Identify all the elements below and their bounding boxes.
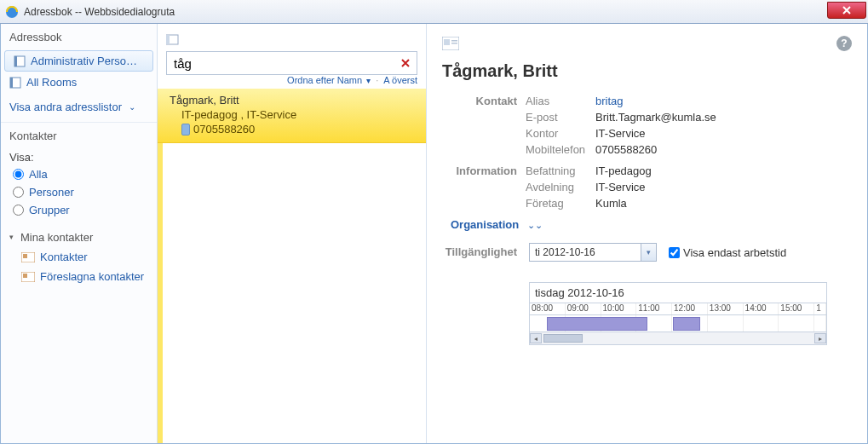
addrlist-rooms[interactable]: All Rooms <box>1 72 157 92</box>
radio-all[interactable]: Alla <box>1 165 157 183</box>
schedule-scale: 08:00 09:00 10:00 11:00 12:00 13:00 14:0… <box>530 303 826 315</box>
svg-rect-10 <box>166 35 170 44</box>
result-phone: 0705588260 <box>170 123 417 136</box>
window-title: Adressbok -- Webbsidedialogruta <box>24 6 175 18</box>
label-dept: Avdelning <box>526 181 595 193</box>
sidebar: Adressbok Administrativ Perso… All Rooms… <box>1 24 158 443</box>
search-toolbar <box>158 24 426 72</box>
busy-block <box>547 317 647 331</box>
label-email: E-post <box>526 111 595 124</box>
search-input[interactable] <box>167 55 394 72</box>
availability-section: Tillgänglighet ti 2012-10-16 ▾ Visa enda… <box>442 243 852 345</box>
section-info: Information <box>442 164 526 177</box>
organisation-toggle[interactable]: Organisation ⌄⌄ <box>451 218 852 231</box>
radio-people[interactable]: Personer <box>1 183 157 201</box>
svg-rect-8 <box>23 274 27 278</box>
value-dept: IT-Service <box>595 181 852 193</box>
value-mobile: 0705588260 <box>595 143 852 156</box>
phone-icon <box>181 124 190 136</box>
ie-icon <box>5 5 19 19</box>
my-contacts-item-label: Kontakter <box>40 251 88 263</box>
addrlist-admin[interactable]: Administrativ Perso… <box>4 50 153 72</box>
show-workhours-label: Visa endast arbetstid <box>683 246 786 259</box>
radio-people-label: Personer <box>29 186 74 199</box>
info-fields: Information Befattning IT-pedagog Avdeln… <box>442 164 852 210</box>
svg-rect-2 <box>14 56 17 66</box>
value-email: Britt.Tagmark@kumla.se <box>595 111 852 124</box>
suggested-contacts-label: Föreslagna kontakter <box>40 270 144 283</box>
radio-groups-input[interactable] <box>13 205 24 216</box>
schedule-box: tisdag 2012-10-16 08:00 09:00 10:00 11:0… <box>529 282 827 345</box>
radio-groups-label: Grupper <box>29 204 70 216</box>
show-workhours-checkbox[interactable]: Visa endast arbetstid <box>669 246 786 259</box>
result-item[interactable]: Tågmark, Britt IT-pedagog , IT-Service 0… <box>158 89 426 143</box>
schedule-day-header: tisdag 2012-10-16 <box>530 283 826 303</box>
svg-rect-13 <box>451 40 457 42</box>
date-combo-dropdown-button[interactable]: ▾ <box>641 244 656 261</box>
availability-label: Tillgänglighet <box>442 243 526 258</box>
suggested-contacts-item[interactable]: Föreslagna kontakter <box>1 267 157 286</box>
addrlist-rooms-label: All Rooms <box>26 76 77 89</box>
help-button[interactable]: ? <box>836 36 852 51</box>
value-jobtitle: IT-pedagog <box>595 164 852 177</box>
visa-label: Visa: <box>1 146 157 165</box>
details-title: Tågmark, Britt <box>442 61 852 81</box>
window-close-button[interactable] <box>827 2 866 19</box>
sort-direction-link[interactable]: A överst <box>383 75 417 85</box>
date-combo-value: ti 2012-10-16 <box>530 246 641 258</box>
result-phone-text: 0705588260 <box>193 123 255 136</box>
label-mobile: Mobiltelefon <box>526 143 595 156</box>
scroll-right-button[interactable]: ▸ <box>814 333 826 343</box>
addressbook-icon <box>14 55 26 67</box>
chevron-down-icon: ▾ <box>366 76 371 85</box>
result-subtitle: IT-pedagog , IT-Service <box>170 108 417 121</box>
scroll-thumb[interactable] <box>543 334 583 343</box>
svg-rect-4 <box>10 78 13 88</box>
label-company: Företag <box>526 197 595 210</box>
date-combo[interactable]: ti 2012-10-16 ▾ <box>529 243 657 262</box>
addrlist-admin-label: Administrativ Perso… <box>31 55 137 67</box>
value-company: Kumla <box>595 197 852 210</box>
contact-card-icon <box>21 252 35 262</box>
label-alias: Alias <box>526 95 595 107</box>
contacts-header: Kontakter <box>1 122 157 146</box>
section-contact: Kontakt <box>442 95 526 107</box>
svg-rect-12 <box>444 39 450 45</box>
addressbook-icon <box>9 77 21 89</box>
results-pane: Ordna efter Namn ▾ · A överst Tågmark, B… <box>158 24 427 443</box>
svg-rect-6 <box>23 254 27 258</box>
sidebar-header: Adressbok <box>1 24 157 49</box>
schedule-row <box>530 315 826 332</box>
value-office: IT-Service <box>595 127 852 140</box>
organisation-label: Organisation <box>451 218 519 231</box>
schedule-scrollbar[interactable]: ◂ ▸ <box>530 332 826 344</box>
radio-all-input[interactable] <box>13 169 24 180</box>
chevron-down-icon: ⌄ <box>129 102 135 112</box>
radio-people-input[interactable] <box>13 187 24 198</box>
value-alias[interactable]: britag <box>595 95 624 107</box>
show-workhours-input[interactable] <box>669 247 680 258</box>
scroll-left-button[interactable]: ◂ <box>530 333 542 343</box>
addrlist-other[interactable]: Visa andra adresslistor ⌄ <box>1 97 157 117</box>
addrlist-other-label: Visa andra adresslistor <box>9 101 122 113</box>
my-contacts-item[interactable]: Kontakter <box>1 247 157 267</box>
sort-row: Ordna efter Namn ▾ · A överst <box>158 72 426 89</box>
double-chevron-down-icon: ⌄⌄ <box>527 220 543 230</box>
my-contacts-header[interactable]: ▾ Mina kontakter <box>1 228 157 247</box>
svg-rect-14 <box>451 43 457 44</box>
sort-by-name-link[interactable]: Ordna efter Namn ▾ <box>287 75 371 85</box>
contact-fields: Kontakt Alias britag E-post Britt.Tagmar… <box>442 95 852 156</box>
my-contacts-label: Mina kontakter <box>20 231 93 244</box>
result-name: Tågmark, Britt <box>170 94 417 107</box>
triangle-down-icon: ▾ <box>9 233 14 241</box>
radio-groups[interactable]: Grupper <box>1 201 157 219</box>
label-jobtitle: Befattning <box>526 164 595 177</box>
label-office: Kontor <box>526 127 595 140</box>
busy-block <box>673 317 700 331</box>
contact-card-icon <box>21 272 35 282</box>
details-pane: ? Tågmark, Britt Kontakt Alias britag E-… <box>427 24 867 443</box>
gal-icon[interactable] <box>166 33 180 45</box>
radio-all-label: Alla <box>29 168 48 181</box>
results-empty-area <box>158 143 426 443</box>
app-frame: Adressbok Administrativ Perso… All Rooms… <box>0 24 868 444</box>
